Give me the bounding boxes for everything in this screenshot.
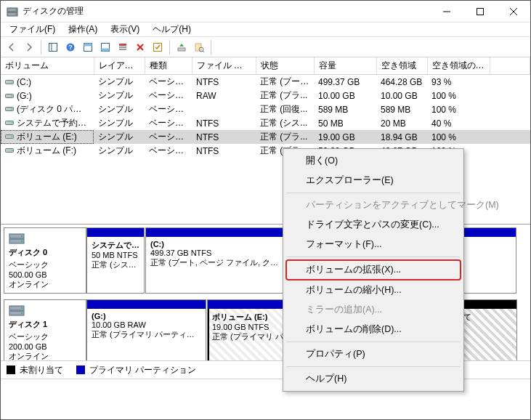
table-row[interactable]: (ディスク 0 パーティシ...シンプルベーシック正常 (回復...589 MB… bbox=[1, 102, 530, 116]
svg-rect-18 bbox=[119, 49, 126, 50]
titlebar: ディスクの管理 bbox=[1, 1, 530, 23]
disk-type: ベーシック bbox=[9, 331, 81, 342]
volume-name: (ディスク 0 パーティシ... bbox=[17, 104, 94, 114]
col-free[interactable]: 空き領域 bbox=[376, 57, 427, 75]
delete-button[interactable] bbox=[132, 39, 148, 55]
col-status[interactable]: 状態 bbox=[256, 57, 314, 75]
partition-size: 50 MB NTFS bbox=[92, 251, 139, 259]
svg-point-37 bbox=[12, 150, 13, 151]
ctx-properties[interactable]: プロパティ(P) bbox=[285, 344, 461, 364]
menu-help[interactable]: ヘルプ(H) bbox=[147, 22, 197, 37]
disk-name: ディスク 0 bbox=[9, 247, 81, 258]
help-button[interactable]: ? bbox=[62, 39, 78, 55]
svg-rect-16 bbox=[119, 44, 126, 46]
context-menu: 開く(O) エクスプローラー(E) パーティションをアクティブとしてマーク(M)… bbox=[283, 148, 464, 392]
ctx-extend-volume[interactable]: ボリュームの拡張(X)... bbox=[285, 259, 461, 280]
disk-icon bbox=[9, 303, 81, 318]
svg-point-41 bbox=[21, 241, 23, 242]
window-title: ディスクの管理 bbox=[23, 5, 430, 17]
svg-point-2 bbox=[15, 9, 17, 10]
view-top-button[interactable] bbox=[80, 39, 96, 55]
menu-file[interactable]: ファイル(F) bbox=[4, 22, 61, 37]
ctx-separator bbox=[287, 257, 460, 257]
menu-action[interactable]: 操作(A) bbox=[62, 22, 103, 37]
table-row[interactable]: ボリューム (E:)シンプルベーシックNTFS正常 (プラ...19.00 GB… bbox=[1, 130, 530, 144]
volume-name: (C:) bbox=[17, 77, 31, 87]
ctx-open[interactable]: 開く(O) bbox=[285, 151, 461, 171]
svg-line-25 bbox=[203, 51, 204, 52]
ctx-delete-volume[interactable]: ボリュームの削除(D)... bbox=[285, 320, 461, 339]
svg-rect-5 bbox=[477, 8, 484, 15]
check-button[interactable] bbox=[150, 39, 166, 55]
ctx-explorer[interactable]: エクスプローラー(E) bbox=[285, 171, 461, 190]
table-row[interactable]: (G:)シンプルベーシックRAW正常 (プラ...10.00 GB10.00 G… bbox=[1, 89, 530, 102]
ctx-separator bbox=[287, 193, 460, 193]
disk-up-button[interactable] bbox=[174, 39, 190, 55]
partition[interactable]: (G:)10.00 GB RAW正常 (プライマリ パーティション) bbox=[86, 299, 206, 361]
svg-point-33 bbox=[12, 122, 13, 124]
ctx-shrink-volume[interactable]: ボリュームの縮小(H)... bbox=[285, 280, 461, 300]
toolbar: ? bbox=[1, 37, 530, 57]
disk-type: ベーシック bbox=[9, 259, 81, 270]
menubar: ファイル(F) 操作(A) 表示(V) ヘルプ(H) bbox=[1, 23, 530, 37]
close-button[interactable] bbox=[497, 1, 530, 23]
settings-list-button[interactable] bbox=[115, 39, 131, 55]
disk-state: オンライン bbox=[9, 279, 81, 290]
svg-point-40 bbox=[21, 235, 23, 237]
ctx-help[interactable]: ヘルプ(H) bbox=[285, 369, 461, 389]
col-freepct[interactable]: 空き領域の割... bbox=[427, 57, 490, 75]
toolbar-separator bbox=[169, 40, 170, 54]
partition-size: 10.00 GB RAW bbox=[92, 320, 201, 329]
table-row[interactable]: システムで予約済みシンプルベーシックNTFS正常 (シス...50 MB20 M… bbox=[1, 116, 530, 130]
svg-point-44 bbox=[21, 307, 23, 309]
svg-rect-22 bbox=[178, 48, 185, 51]
partition-status: 正常 (システム, アク bbox=[92, 259, 139, 270]
svg-point-31 bbox=[12, 108, 13, 110]
disk-state: オンライン bbox=[9, 351, 81, 361]
view-bottom-button[interactable] bbox=[97, 39, 113, 55]
legend-swatch-unalloc bbox=[7, 366, 15, 374]
svg-text:?: ? bbox=[68, 44, 73, 51]
minimize-button[interactable] bbox=[430, 1, 463, 23]
col-capacity[interactable]: 容量 bbox=[314, 57, 376, 75]
svg-point-35 bbox=[12, 136, 13, 137]
column-headers[interactable]: ボリューム レイアウト 種類 ファイル システム 状態 容量 空き領域 空き領域… bbox=[1, 57, 530, 75]
partition-size: 499.37 GB NTFS bbox=[150, 249, 285, 257]
partition-name: システムで予約済み bbox=[92, 240, 139, 251]
maximize-button[interactable] bbox=[463, 1, 497, 23]
app-icon bbox=[7, 6, 18, 17]
svg-point-29 bbox=[12, 95, 13, 97]
svg-rect-8 bbox=[49, 43, 57, 51]
svg-point-3 bbox=[15, 13, 17, 15]
table-row[interactable]: (C:)シンプルベーシックNTFS正常 (ブート...499.37 GB464.… bbox=[1, 75, 530, 89]
volume-name: システムで予約済み bbox=[17, 118, 94, 128]
svg-rect-13 bbox=[84, 43, 92, 46]
col-layout[interactable]: レイアウト bbox=[94, 57, 145, 75]
partition-name: (C:) bbox=[150, 240, 285, 249]
volume-name: ボリューム (F:) bbox=[17, 145, 76, 156]
forward-button[interactable] bbox=[21, 39, 37, 55]
ctx-separator bbox=[287, 342, 460, 342]
toolbar-separator bbox=[211, 40, 211, 54]
ctx-format[interactable]: フォーマット(F)... bbox=[285, 235, 461, 254]
volume-name: ボリューム (E:) bbox=[17, 132, 77, 142]
col-type[interactable]: 種類 bbox=[145, 57, 192, 75]
disk-header[interactable]: ディスク 1ベーシック200.00 GBオンライン bbox=[4, 299, 86, 361]
back-button[interactable] bbox=[4, 39, 20, 55]
partition-name: (G:) bbox=[92, 312, 201, 320]
legend-unallocated: 未割り当て bbox=[7, 364, 63, 376]
svg-point-27 bbox=[12, 81, 13, 83]
properties-button[interactable] bbox=[191, 39, 207, 55]
svg-rect-17 bbox=[119, 47, 126, 48]
partition[interactable]: (C:)499.37 GB NTFS正常 (ブート, ページ ファイル, クラッ… bbox=[145, 227, 291, 294]
disk-name: ディスク 1 bbox=[9, 319, 81, 330]
col-fs[interactable]: ファイル システム bbox=[192, 57, 256, 75]
menu-view[interactable]: 表示(V) bbox=[105, 22, 145, 37]
show-hide-tree-button[interactable] bbox=[45, 39, 61, 55]
col-volume[interactable]: ボリューム bbox=[1, 57, 94, 75]
partition[interactable]: システムで予約済み50 MB NTFS正常 (システム, アク bbox=[86, 227, 145, 294]
ctx-change-drive[interactable]: ドライブ文字とパスの変更(C)... bbox=[285, 215, 461, 235]
disk-header[interactable]: ディスク 0ベーシック500.00 GBオンライン bbox=[4, 227, 86, 294]
disk-size: 200.00 GB bbox=[9, 342, 81, 351]
partition-status: 正常 (ブート, ページ ファイル, クラッシ bbox=[150, 257, 285, 268]
